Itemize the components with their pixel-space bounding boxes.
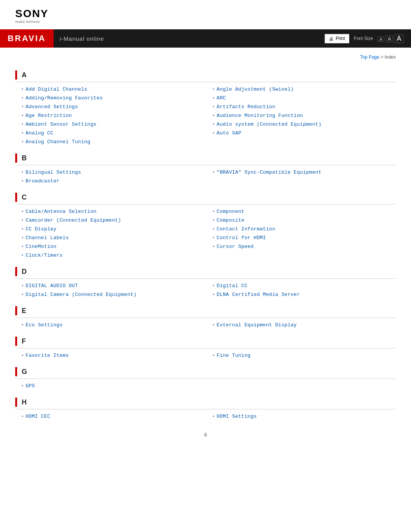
font-small-button[interactable]: A: [378, 37, 384, 42]
index-link[interactable]: ▪Control for HDMI: [212, 235, 396, 241]
index-link[interactable]: ▪Artifacts Reduction: [212, 104, 396, 110]
index-item: ▪Add Digital Channels: [21, 85, 205, 93]
index-item: ▪ARC: [212, 94, 396, 102]
index-item: ▪"BRAVIA" Sync-Compatible Equipment: [212, 168, 396, 176]
section-c: C▪Cable/Antenna Selection▪Component▪Camc…: [15, 193, 396, 259]
index-link[interactable]: ▪Composite: [212, 217, 396, 223]
index-link[interactable]: ▪Auto SAP: [212, 130, 396, 136]
index-link[interactable]: ▪Adding/Removing Favorites: [21, 95, 205, 101]
index-item: [212, 382, 396, 390]
index-link[interactable]: ▪Analog CC: [21, 130, 205, 136]
section-letter-text: A: [22, 71, 27, 79]
index-link[interactable]: ▪External Equipment Display: [212, 322, 396, 328]
list-bullet: ▪: [212, 87, 215, 91]
index-item: ▪Ambient Sensor Settings: [21, 120, 205, 128]
index-link[interactable]: ▪Favorite Items: [21, 353, 205, 358]
bravia-logo-text: BRAVIA: [8, 34, 46, 43]
list-bullet: ▪: [21, 209, 24, 214]
section-letter-bar: [15, 306, 17, 315]
page-wrapper: SONY make.believe BRAVIA i-Manual online…: [0, 0, 411, 532]
index-link[interactable]: ▪Analog Channel Tuning: [21, 139, 205, 145]
index-link[interactable]: ▪CineMotion: [21, 244, 205, 249]
breadcrumb-top-link[interactable]: Top Page: [360, 54, 379, 60]
print-button[interactable]: 🖨 Print: [325, 34, 349, 43]
section-letter-text: H: [22, 398, 27, 406]
list-bullet: ▪: [212, 284, 215, 288]
index-grid-d: ▪DIGITAL AUDIO OUT▪Digital CC▪Digital Ca…: [15, 282, 396, 299]
section-e: E▪Eco Settings▪External Equipment Displa…: [15, 306, 396, 329]
index-link[interactable]: ▪Digital Camera (Connected Equipment): [21, 292, 205, 297]
index-grid-a: ▪Add Digital Channels▪Angle Adjustment (…: [15, 85, 396, 146]
font-size-controls: A A A: [378, 34, 403, 43]
index-item: ▪Digital Camera (Connected Equipment): [21, 291, 205, 299]
font-medium-button[interactable]: A: [386, 35, 393, 42]
index-link[interactable]: ▪DLNA Certified Media Server: [212, 292, 396, 297]
list-bullet: ▪: [21, 284, 24, 288]
index-link[interactable]: ▪Audience Monitoring Function: [212, 113, 396, 118]
index-link[interactable]: ▪Cursor Speed: [212, 244, 396, 249]
section-letter-bar: [15, 70, 17, 80]
index-link[interactable]: ▪Fine Tuning: [212, 353, 396, 358]
bravia-logo-box: BRAVIA: [0, 29, 54, 48]
index-link[interactable]: ▪Ambient Sensor Settings: [21, 121, 205, 127]
list-bullet: ▪: [212, 96, 215, 100]
index-link[interactable]: ▪HDMI Settings: [212, 414, 396, 419]
section-letter-text: B: [22, 154, 27, 162]
index-link[interactable]: ▪Add Digital Channels: [21, 86, 205, 92]
index-link[interactable]: ▪Angle Adjustment (Swivel): [212, 86, 396, 92]
list-bullet: ▪: [212, 113, 215, 118]
index-link[interactable]: ▪Digital CC: [212, 283, 396, 289]
index-link[interactable]: ▪Camcorder (Connected Equipment): [21, 217, 205, 223]
index-link[interactable]: ▪DIGITAL AUDIO OUT: [21, 283, 205, 289]
index-grid-g: ▪GPS: [15, 382, 396, 390]
index-link[interactable]: ▪Component: [212, 209, 396, 214]
index-item: ▪Angle Adjustment (Swivel): [212, 85, 396, 93]
index-item: ▪Component: [212, 208, 396, 216]
section-d: D▪DIGITAL AUDIO OUT▪Digital CC▪Digital C…: [15, 267, 396, 299]
index-item: ▪Auto SAP: [212, 129, 396, 137]
index-link[interactable]: ▪Clock/Timers: [21, 252, 205, 258]
header-logo-area: SONY make.believe: [0, 0, 411, 29]
list-bullet: ▪: [21, 140, 24, 144]
section-letter-text: C: [22, 193, 27, 201]
index-link[interactable]: ▪Broadcaster: [21, 178, 205, 184]
index-link[interactable]: ▪Contact Information: [212, 226, 396, 232]
list-bullet: ▪: [212, 353, 215, 358]
section-header-b: B: [15, 153, 396, 165]
list-bullet: ▪: [212, 218, 215, 222]
breadcrumb-current: Index: [385, 54, 396, 60]
index-item: ▪Clock/Timers: [21, 251, 205, 259]
font-size-label: Font Size: [354, 36, 373, 41]
list-bullet: ▪: [212, 105, 215, 109]
section-h: H▪HDMI CEC▪HDMI Settings: [15, 398, 396, 420]
index-item: ▪Bilingual Settings: [21, 168, 205, 176]
section-letter-text: D: [22, 268, 27, 276]
index-link[interactable]: ▪ARC: [212, 95, 396, 101]
index-link[interactable]: ▪GPS: [21, 383, 205, 389]
section-header-g: G: [15, 367, 396, 379]
index-link[interactable]: ▪"BRAVIA" Sync-Compatible Equipment: [212, 169, 396, 175]
index-item: ▪CineMotion: [21, 243, 205, 251]
list-bullet: ▪: [212, 122, 215, 126]
list-bullet: ▪: [21, 170, 24, 174]
index-link[interactable]: ▪HDMI CEC: [21, 414, 205, 419]
index-link[interactable]: ▪Eco Settings: [21, 322, 205, 328]
index-item: ▪Analog Channel Tuning: [21, 138, 205, 146]
index-link[interactable]: ▪Audio system (Connected Equipment): [212, 121, 396, 127]
index-item: ▪Eco Settings: [21, 321, 205, 329]
index-link[interactable]: ▪Age Restriction: [21, 113, 205, 118]
font-large-button[interactable]: A: [395, 34, 403, 43]
index-link[interactable]: ▪CC Display: [21, 226, 205, 232]
index-link[interactable]: ▪Bilingual Settings: [21, 169, 205, 175]
section-letter-text: E: [22, 307, 26, 315]
section-letter-text: F: [22, 337, 26, 345]
section-header-c: C: [15, 193, 396, 204]
list-bullet: ▪: [212, 170, 215, 174]
index-link[interactable]: ▪Advanced Settings: [21, 104, 205, 110]
section-header-a: A: [15, 70, 396, 82]
section-letter-bar: [15, 153, 17, 163]
index-link[interactable]: ▪Channel Labels: [21, 235, 205, 241]
section-letter-text: G: [22, 368, 27, 376]
index-link[interactable]: ▪Cable/Antenna Selection: [21, 209, 205, 214]
content-area: Top Page > Index A▪Add Digital Channels▪…: [0, 48, 411, 445]
